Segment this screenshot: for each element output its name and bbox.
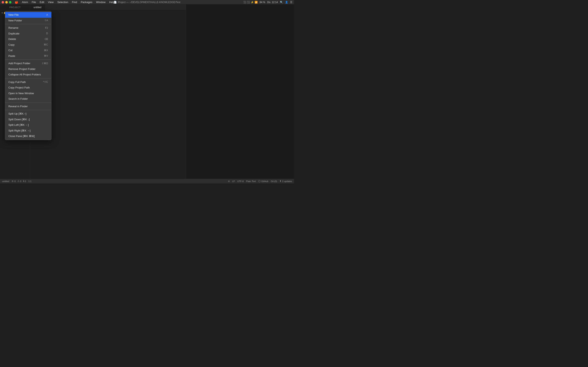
ctx-rename-shortcut: F2: [45, 26, 48, 30]
system-icons: ⬛ ⬛ ⚡ 📶: [243, 1, 258, 4]
ctx-split-right[interactable]: Split Right [⌘K →]: [5, 128, 51, 133]
ctx-split-right-label: Split Right [⌘K →]: [8, 129, 30, 133]
status-errors: ⊘ 0 ⚠ 0 ℹ 0: [12, 180, 26, 183]
ctx-search-in-folder[interactable]: Search in Folder: [5, 96, 51, 102]
ctx-cut-label: Cut: [8, 48, 12, 52]
ctx-new-file-shortcut: A: [46, 13, 48, 17]
status-updates[interactable]: ⬆ 2 updates: [279, 180, 292, 183]
ctx-split-left[interactable]: Split Left [⌘K ←]: [5, 122, 51, 128]
ctx-copy-label: Copy: [8, 43, 15, 47]
tab-untitled[interactable]: untitled: [30, 4, 45, 10]
status-github[interactable]: ⬡ GitHub: [258, 180, 268, 183]
status-bar: untitled ⊘ 0 ⚠ 0 ℹ 0 1:1 LF UTF-8 Plain …: [0, 179, 294, 184]
right-panel: [186, 4, 294, 179]
menu-window[interactable]: Window: [95, 0, 107, 4]
menu-extra-icon[interactable]: ☰: [290, 1, 292, 4]
editor-body[interactable]: 1: [30, 10, 186, 179]
status-cursor[interactable]: 1:1: [28, 180, 31, 183]
github-icon: ⬡: [258, 180, 260, 183]
ctx-copy-project-path[interactable]: Copy Project Path: [5, 85, 51, 91]
sidebar-title: Project: [9, 6, 21, 8]
cursor-position: 1:1: [28, 180, 31, 183]
error-count: 0: [14, 180, 16, 183]
status-charset[interactable]: UTF-8: [237, 180, 243, 183]
menu-view[interactable]: View: [46, 0, 55, 4]
ctx-reveal-finder-label: Reveal in Finder: [8, 104, 28, 108]
status-git[interactable]: Git (0): [271, 180, 277, 183]
warning-icon: ⚠: [17, 180, 19, 183]
menu-packages[interactable]: Packages: [79, 0, 94, 4]
status-left: untitled ⊘ 0 ⚠ 0 ℹ 0 1:1: [2, 180, 31, 183]
ctx-sep-1: [5, 24, 51, 24]
warning-count: 0: [20, 180, 21, 183]
ctx-add-project-folder-shortcut: ⇧⌘O: [42, 62, 48, 65]
ctx-delete-label: Delete: [8, 37, 16, 41]
editor-text[interactable]: [38, 10, 186, 179]
info-icon: ℹ: [23, 180, 24, 183]
ctx-reveal-finder[interactable]: Reveal in Finder: [5, 104, 51, 109]
ctx-cut[interactable]: Cut ⌘X: [5, 48, 51, 53]
user-icon[interactable]: 👤: [285, 1, 288, 4]
menu-file[interactable]: File: [30, 0, 38, 4]
menu-edit[interactable]: Edit: [38, 0, 46, 4]
info-count: 0: [25, 180, 26, 183]
ctx-split-down[interactable]: Split Down [⌘K ↓]: [5, 117, 51, 122]
status-syntax[interactable]: Plain Text: [246, 180, 256, 183]
ctx-copy-full-path-shortcut: ^⇧C: [43, 80, 48, 84]
ctx-new-file[interactable]: New File A: [5, 12, 51, 18]
ctx-copy-full-path[interactable]: Copy Full Path ^⇧C: [5, 79, 51, 85]
updates-icon: ⬆: [279, 180, 281, 183]
ctx-split-up[interactable]: Split Up [⌘K ↑]: [5, 111, 51, 117]
ctx-search-in-folder-label: Search in Folder: [8, 97, 28, 101]
close-button[interactable]: [2, 1, 4, 3]
traffic-lights: [2, 1, 11, 3]
ctx-new-folder[interactable]: New Folder ⇧A: [5, 18, 51, 24]
ctx-close-pane-label: Close Pane [⌘K ⌘W]: [8, 134, 35, 138]
ctx-delete[interactable]: Delete ⌫: [5, 36, 51, 42]
ctx-duplicate-label: Duplicate: [8, 32, 19, 36]
titlebar: 🍎 Atom File Edit View Selection Find Pac…: [0, 0, 294, 4]
encoding-label: LF: [232, 180, 235, 183]
ctx-close-pane[interactable]: Close Pane [⌘K ⌘W]: [5, 133, 51, 139]
ctx-split-down-label: Split Down [⌘K ↓]: [8, 117, 30, 122]
status-encoding[interactable]: LF: [232, 180, 235, 183]
ctx-remove-project-folder-label: Remove Project Folder: [8, 67, 35, 71]
ctx-paste-label: Paste: [8, 54, 15, 58]
sidebar-header: Project: [0, 4, 30, 10]
ctx-new-folder-shortcut: ⇧A: [44, 18, 48, 22]
ctx-paste-shortcut: ⌘V: [44, 54, 48, 58]
tab-bar: untitled: [30, 4, 186, 10]
titlebar-right: ⬛ ⬛ ⚡ 📶 84 % Do. 12:14 🔍 👤 ☰: [243, 1, 292, 4]
maximize-button[interactable]: [9, 1, 11, 3]
ctx-rename-label: Rename: [8, 26, 18, 30]
ctx-add-project-folder[interactable]: Add Project Folder ⇧⌘O: [5, 60, 51, 66]
ctx-remove-project-folder[interactable]: Remove Project Folder: [5, 66, 51, 72]
ctx-duplicate-shortcut: D: [46, 32, 48, 35]
tab-label: untitled: [34, 6, 42, 9]
ctx-rename[interactable]: Rename F2: [5, 25, 51, 31]
minimize-button[interactable]: [5, 1, 8, 3]
ctx-duplicate[interactable]: Duplicate D: [5, 31, 51, 36]
ctx-delete-shortcut: ⌫: [44, 37, 48, 41]
apple-menu[interactable]: 🍎: [13, 0, 20, 4]
updates-label: 2 updates: [282, 180, 292, 183]
ctx-copy-full-path-label: Copy Full Path: [8, 80, 26, 84]
clock: Do. 12:14: [267, 1, 278, 4]
ctx-new-folder-label: New Folder: [8, 18, 22, 23]
search-icon[interactable]: 🔍: [280, 1, 283, 4]
ctx-collapse-all[interactable]: Collapse All Project Folders: [5, 72, 51, 77]
error-icon: ⊘: [12, 180, 13, 183]
ctx-copy[interactable]: Copy ⌘C: [5, 42, 51, 48]
ctx-cut-shortcut: ⌘X: [44, 49, 48, 52]
status-filename: untitled: [2, 180, 9, 183]
ctx-paste[interactable]: Paste ⌘V: [5, 53, 51, 59]
ctx-copy-project-path-label: Copy Project Path: [8, 86, 30, 90]
context-menu: New File A New Folder ⇧A Rename F2 Dupli…: [5, 11, 52, 140]
git-status-label: Git (0): [271, 180, 277, 183]
menu-atom[interactable]: Atom: [20, 0, 30, 4]
menu-find[interactable]: Find: [70, 0, 79, 4]
main-layout: Project ▾ 📁 Te... New File A New Folder …: [0, 4, 294, 179]
ctx-open-new-window[interactable]: Open in New Window: [5, 91, 51, 96]
ctx-copy-shortcut: ⌘C: [44, 43, 48, 47]
menu-selection[interactable]: Selection: [56, 0, 70, 4]
